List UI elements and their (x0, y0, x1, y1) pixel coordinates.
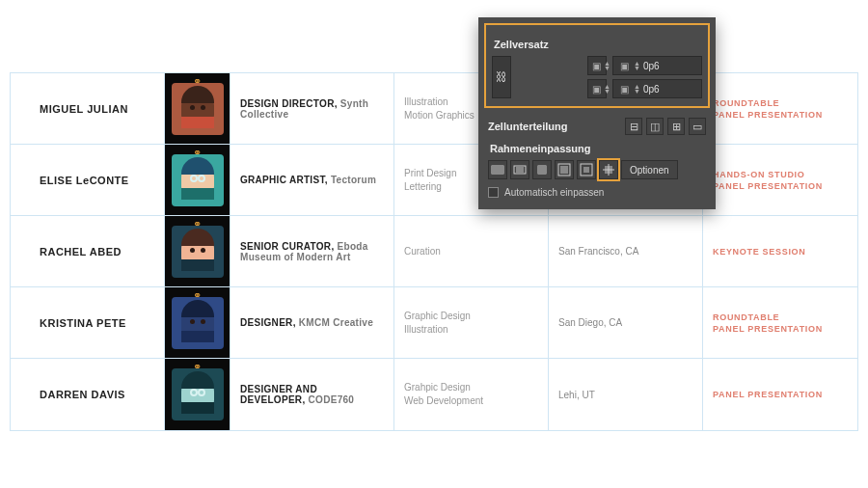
division-tools: ⊟ ◫ ⊞ ▭ (625, 118, 706, 135)
fitting-options-button[interactable]: Optionen (621, 160, 678, 179)
avatar (172, 83, 224, 135)
fitting-row: Optionen (488, 160, 706, 179)
avatar-cell[interactable]: ⚭ (165, 145, 231, 215)
tags-cell: PANEL PRESENTATION (703, 359, 857, 430)
avatar (172, 154, 224, 206)
skills-cell: Graphic DesignIllustration (394, 287, 549, 358)
title-cell: GRAPHIC ARTIST, Tectorum (231, 145, 394, 215)
org-label: Tectorum (331, 175, 376, 185)
cell-options-panel: Zellversatz ▣ ▲▼ 0p6 ⛓ ▣ ▲▼ 0p6 ▣ ▲▼ 0p6… (478, 17, 716, 209)
fit-content-prop-button[interactable] (510, 160, 529, 179)
name-cell: ELISE LeCONTE (11, 145, 165, 215)
inset-left-icon: ▣ (617, 59, 631, 72)
inset-left-field[interactable]: ▣ ▲▼ 0p6 (612, 56, 702, 75)
tags-cell: KEYNOTE SESSION (703, 216, 857, 286)
avatar-cell[interactable]: ⚭ (165, 359, 231, 430)
stepper-icon[interactable]: ▲▼ (634, 61, 640, 70)
skill-item: Graphic Design (404, 310, 538, 323)
avatar-cell[interactable]: ⚭ (165, 287, 231, 358)
tags-cell: ROUNDTABLEPANEL PRESENTATION (703, 287, 857, 358)
inset-top-field[interactable]: ▣ ▲▼ 0p6 (587, 56, 607, 75)
inset-right-field[interactable]: ▣ ▲▼ 0p6 (612, 79, 702, 98)
stepper-icon[interactable]: ▲▼ (604, 61, 610, 70)
stepper-icon[interactable]: ▲▼ (634, 84, 640, 94)
table-row[interactable]: MIGUEL JULIAN⚭DESIGN DIRECTOR, Synth Col… (11, 73, 857, 145)
tag-item: PANEL PRESENTATION (713, 324, 848, 334)
name-cell: DARREN DAVIS (11, 359, 165, 430)
avatar-cell[interactable]: ⚭ (165, 216, 231, 286)
link-insets-toggle[interactable]: ⛓ (492, 56, 511, 98)
tags-cell: HANDS-ON STUDIOPANEL PRESENTATION (703, 145, 857, 215)
stepper-icon[interactable]: ▲▼ (604, 84, 610, 94)
tag-item: PANEL PRESENTATION (713, 181, 848, 191)
location-cell: San Diego, CA (549, 287, 703, 358)
name-cell: RACHEL ABED (11, 216, 165, 286)
tag-item: PANEL PRESENTATION (713, 390, 848, 399)
skills-cell: Curation (394, 216, 549, 286)
fit-fill-frame-button[interactable] (488, 160, 507, 179)
avatar-cell[interactable]: ⚭ (165, 73, 231, 144)
split-vertical-button[interactable]: ◫ (646, 118, 664, 135)
table-row[interactable]: RACHEL ABED⚭SENIOR CURATOR, Eboda Museum… (11, 216, 857, 287)
split-both-button[interactable]: ⊞ (667, 118, 685, 135)
name-cell: KRISTINA PETE (11, 287, 165, 358)
data-table: MIGUEL JULIAN⚭DESIGN DIRECTOR, Synth Col… (10, 72, 858, 431)
role-label: DESIGN DIRECTOR, Synth Collective (240, 98, 384, 120)
inset-left-value: 0p6 (643, 61, 660, 71)
auto-fit-row[interactable]: Automatisch einpassen (488, 187, 706, 198)
svg-rect-7 (560, 166, 568, 174)
cell-inset-highlight: Zellversatz ▣ ▲▼ 0p6 ⛓ ▣ ▲▼ 0p6 ▣ ▲▼ 0p6… (484, 23, 710, 108)
inset-right-icon: ▣ (617, 82, 631, 95)
center-content-button[interactable] (577, 160, 596, 179)
svg-rect-1 (492, 166, 503, 174)
location-cell: Lehi, UT (549, 359, 703, 430)
name-cell: MIGUEL JULIAN (11, 73, 165, 144)
tag-item: PANEL PRESENTATION (713, 110, 848, 120)
title-cell: DESIGN DIRECTOR, Synth Collective (231, 73, 394, 144)
skill-item: Illustration (404, 323, 538, 337)
skill-item: Curation (404, 245, 538, 258)
skills-cell: Grahpic DesignWeb Development (394, 359, 549, 430)
tags-cell: ROUNDTABLEPANEL PRESENTATION (703, 73, 857, 144)
role-label: DESIGNER, KMCM Creative (240, 317, 384, 328)
fit-content-frame-button[interactable] (555, 160, 574, 179)
section-title-divisions: Zellunterteilung (488, 121, 568, 132)
tag-item: ROUNDTABLE (713, 98, 848, 108)
inset-right-value: 0p6 (643, 84, 660, 95)
avatar (172, 297, 224, 349)
role-label: SENIOR CURATOR, Eboda Museum of Modern A… (240, 241, 384, 262)
svg-rect-3 (516, 166, 524, 174)
table-row[interactable]: KRISTINA PETE⚭DESIGNER, KMCM CreativeGra… (11, 287, 857, 359)
role-label: GRAPHIC ARTIST, Tectorum (240, 175, 384, 185)
skill-item: Grahpic Design (404, 381, 538, 394)
svg-rect-5 (538, 166, 546, 174)
avatar (172, 368, 224, 420)
auto-fit-label: Automatisch einpassen (504, 187, 604, 198)
section-title-fitting: Rahmeneinpassung (490, 143, 706, 154)
inset-top-icon: ▣ (592, 59, 601, 72)
table-row[interactable]: ELISE LeCONTE⚭GRAPHIC ARTIST, TectorumPr… (11, 145, 857, 216)
title-cell: DESIGNER, KMCM Creative (231, 287, 394, 358)
tag-item: ROUNDTABLE (713, 312, 848, 322)
inset-grid: ▣ ▲▼ 0p6 ⛓ ▣ ▲▼ 0p6 ▣ ▲▼ 0p6 ▣ ▲▼ 0p6 (492, 56, 702, 98)
location-cell: San Francisco, CA (549, 216, 703, 286)
inset-bottom-icon: ▣ (592, 82, 601, 95)
table-row[interactable]: DARREN DAVIS⚭DESIGNER AND DEVELOPER, COD… (11, 359, 857, 430)
split-horizontal-button[interactable]: ⊟ (625, 118, 642, 135)
svg-rect-9 (583, 167, 589, 173)
title-cell: SENIOR CURATOR, Eboda Museum of Modern A… (231, 216, 394, 286)
avatar (172, 226, 224, 278)
skill-item: Web Development (404, 394, 538, 408)
divisions-row: Zellunterteilung ⊟ ◫ ⊞ ▭ (488, 118, 706, 135)
org-label: KMCM Creative (299, 317, 373, 328)
inset-bottom-field[interactable]: ▣ ▲▼ 0p6 (587, 79, 607, 98)
auto-fit-checkbox[interactable] (488, 187, 499, 198)
fit-frame-content-button[interactable] (532, 160, 552, 179)
merge-cells-button[interactable]: ▭ (689, 118, 706, 135)
title-cell: DESIGNER AND DEVELOPER, CODE760 (231, 359, 394, 430)
clip-content-button[interactable] (599, 160, 618, 179)
tag-item: HANDS-ON STUDIO (713, 170, 848, 179)
tag-item: KEYNOTE SESSION (713, 247, 848, 257)
section-title-inset: Zellversatz (494, 39, 702, 50)
role-label: DESIGNER AND DEVELOPER, CODE760 (240, 384, 384, 405)
